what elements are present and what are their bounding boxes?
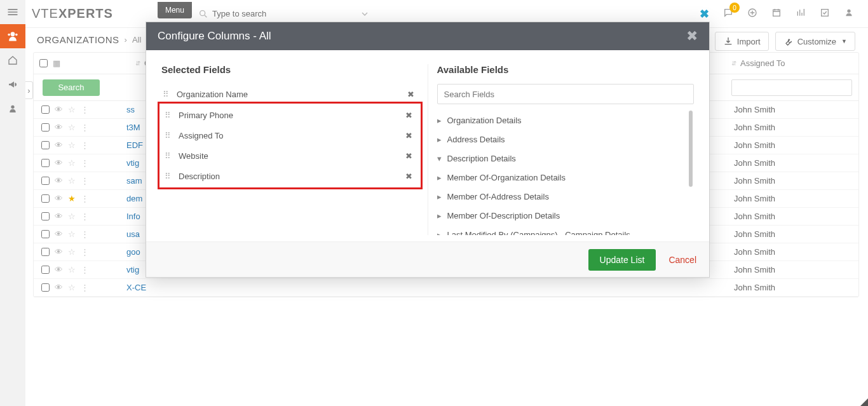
drag-handle-icon[interactable]: ⠿ (163, 131, 172, 140)
caret-right-icon: ▸ (437, 116, 444, 125)
caret-right-icon: ▸ (437, 173, 444, 182)
available-field-group[interactable]: ▸Organization Details (437, 111, 686, 130)
available-field-label: Member Of-Organization Details (447, 173, 566, 182)
cancel-button[interactable]: Cancel (668, 255, 696, 265)
selected-field-item[interactable]: ⠿Description✖ (163, 166, 417, 186)
selected-field-label: Organization Name (177, 90, 248, 99)
available-field-label: Member Of-Address Details (447, 192, 549, 201)
available-field-group[interactable]: ▾Description Details (437, 149, 686, 168)
available-field-label: Last Modified By (Campaigns) - Campaign … (447, 230, 630, 236)
selected-fields-heading: Selected Fields (161, 64, 419, 75)
remove-field-icon[interactable]: ✖ (402, 131, 417, 140)
annotation-highlight: ⠿Primary Phone✖ ⠿Assigned To✖ ⠿Website✖ … (158, 102, 423, 189)
available-field-group[interactable]: ▸Last Modified By (Campaigns) - Campaign… (437, 225, 686, 235)
available-field-label: Description Details (447, 154, 516, 163)
configure-columns-modal: Configure Columns - All ✖ Selected Field… (146, 22, 710, 278)
selected-field-label: Primary Phone (179, 111, 233, 120)
selected-field-item[interactable]: ⠿Assigned To✖ (163, 125, 417, 145)
available-fields-list[interactable]: ▸Organization Details▸Address Details▾De… (437, 111, 695, 235)
caret-right-icon: ▸ (437, 211, 444, 220)
page-resize-corner (860, 398, 868, 406)
selected-field-item[interactable]: ⠿Website✖ (163, 145, 417, 166)
available-field-label: Address Details (447, 135, 505, 144)
available-field-label: Member Of-Description Details (447, 211, 560, 220)
available-field-group[interactable]: ▸Member Of-Organization Details (437, 168, 686, 187)
update-list-button[interactable]: Update List (588, 249, 656, 271)
remove-field-icon[interactable]: ✖ (402, 172, 417, 181)
available-field-group[interactable]: ▸Member Of-Description Details (437, 206, 686, 225)
remove-field-icon[interactable]: ✖ (403, 90, 419, 99)
selected-field-label: Description (179, 172, 220, 181)
close-icon[interactable]: ✖ (686, 28, 698, 44)
remove-field-icon[interactable]: ✖ (402, 111, 417, 120)
drag-handle-icon[interactable]: ⠿ (163, 151, 172, 161)
selected-field-label: Website (179, 151, 208, 161)
available-field-group[interactable]: ▸Address Details (437, 130, 686, 149)
caret-down-icon: ▾ (437, 154, 444, 163)
modal-header: Configure Columns - All ✖ (146, 22, 709, 50)
caret-right-icon: ▸ (437, 192, 444, 201)
selected-field-item[interactable]: ⠿Primary Phone✖ (163, 105, 417, 125)
available-field-group[interactable]: ▸Member Of-Address Details (437, 187, 686, 206)
drag-handle-icon[interactable]: ⠿ (161, 90, 170, 99)
caret-right-icon: ▸ (437, 135, 444, 144)
modal-footer: Update List Cancel (146, 241, 709, 277)
modal-title: Configure Columns - All (158, 30, 271, 43)
remove-field-icon[interactable]: ✖ (402, 151, 417, 161)
available-fields-column: Available Fields ▸Organization Details▸A… (428, 64, 703, 235)
drag-handle-icon[interactable]: ⠿ (163, 111, 172, 120)
available-field-label: Organization Details (447, 116, 522, 125)
caret-right-icon: ▸ (437, 230, 444, 236)
selected-fields-column: Selected Fields ⠿ Organization Name ✖ ⠿P… (153, 64, 428, 235)
available-fields-heading: Available Fields (437, 64, 695, 75)
drag-handle-icon[interactable]: ⠿ (163, 172, 172, 181)
search-fields-input[interactable] (437, 84, 695, 104)
selected-field-label: Assigned To (179, 131, 224, 140)
